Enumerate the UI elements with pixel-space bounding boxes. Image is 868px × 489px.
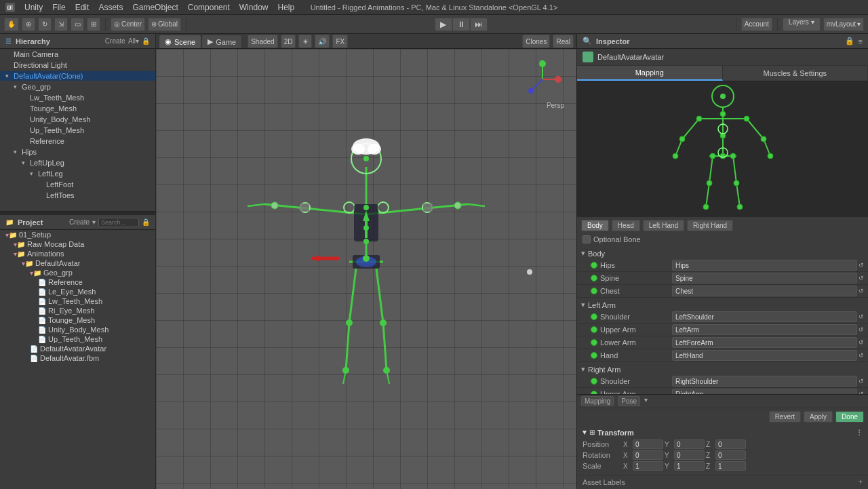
btn-right-hand[interactable]: Right Hand <box>687 220 733 231</box>
menu-help[interactable]: Help <box>277 3 294 12</box>
pose-nav-btn[interactable]: Pose <box>618 396 640 406</box>
pos-x-val[interactable]: 0 <box>633 439 663 449</box>
tree-tounge[interactable]: Tounge_Mesh <box>0 103 155 114</box>
rot-x-val[interactable]: 0 <box>633 450 663 460</box>
bone-field-right-upper-arm[interactable]: RightArm <box>672 389 857 394</box>
menu-edit[interactable]: Edit <box>75 3 90 12</box>
audio-toggle[interactable]: 🔊 <box>315 35 330 48</box>
btn-head[interactable]: Head <box>612 220 640 231</box>
pause-button[interactable]: ⏸ <box>452 18 470 31</box>
tree-left-foot[interactable]: LeftFoot <box>0 179 155 190</box>
bone-field-chest[interactable]: Chest <box>672 286 857 296</box>
tree-hips[interactable]: ▾ Hips <box>0 146 155 157</box>
section-right-arm-header[interactable]: ▾ Right Arm <box>577 364 868 375</box>
viewport[interactable]: Y X Z Persp <box>156 49 576 489</box>
pos-y-val[interactable]: 0 <box>674 439 705 449</box>
tree-main-camera[interactable]: Main Camera <box>0 49 155 60</box>
asset-labels-expand[interactable]: + <box>859 478 863 486</box>
bone-reset-spine[interactable]: ↺ <box>857 275 865 281</box>
tree-geo-grp[interactable]: ▾ Geo_grp <box>0 81 155 92</box>
tree-default-avatar-clone[interactable]: ▾ DefaultAvatar(Clone) <box>0 71 155 81</box>
play-button[interactable]: ▶ <box>435 18 452 31</box>
rotate-tool[interactable]: ↻ <box>38 18 52 31</box>
section-body-header[interactable]: ▾ Body <box>577 248 868 259</box>
tree-dir-light[interactable]: Directional Light <box>0 60 155 71</box>
hand-tool[interactable]: ✋ <box>4 18 19 31</box>
project-item-defaultavatarfbm[interactable]: 📄 DefaultAvatar.fbm <box>0 353 155 363</box>
optional-bone-checkbox[interactable] <box>583 235 591 243</box>
bone-field-left-shoulder[interactable]: LeftShoulder <box>672 311 857 322</box>
hierarchy-create[interactable]: Create <box>105 37 125 45</box>
tree-left-up-leg[interactable]: ▾ LeftUpLeg <box>0 157 155 168</box>
tab-scene[interactable]: ◉ Scene <box>159 35 201 48</box>
inspector-lock[interactable]: 🔒 <box>845 37 854 45</box>
btn-left-hand[interactable]: Left Hand <box>643 220 684 231</box>
btn-done[interactable]: Done <box>835 411 864 423</box>
tab-game[interactable]: ▶ Game <box>201 35 242 48</box>
hierarchy-all[interactable]: All▾ <box>128 37 139 45</box>
bone-reset-left-hand[interactable]: ↺ <box>857 352 865 359</box>
project-item-lw-teeth[interactable]: 📄 Lw_Teeth_Mesh <box>0 296 155 306</box>
project-item-01setup[interactable]: ▾📁 01_Setup <box>0 230 155 239</box>
bone-reset-right-shoulder[interactable]: ↺ <box>857 378 865 385</box>
rect-tool[interactable]: ▭ <box>71 18 84 31</box>
project-item-ri-eye[interactable]: 📄 Ri_Eye_Mesh <box>0 306 155 315</box>
project-arrow[interactable]: ▾ <box>92 218 96 226</box>
sc-z-val[interactable]: 1 <box>715 461 746 471</box>
bone-reset-hips[interactable]: ↺ <box>857 262 865 269</box>
project-item-up-teeth[interactable]: 📄 Up_Teeth_Mesh <box>0 334 155 344</box>
fx-toggle[interactable]: FX <box>332 35 348 48</box>
move-tool[interactable]: ⊕ <box>22 18 35 31</box>
rot-y-val[interactable]: 0 <box>674 450 705 460</box>
pivot-button[interactable]: ◎ Center <box>111 18 145 31</box>
clones-dropdown[interactable]: Clones <box>522 35 550 48</box>
bone-field-left-upper-arm[interactable]: LeftArm <box>672 324 857 335</box>
inspector-more[interactable]: ≡ <box>859 37 863 45</box>
real-button[interactable]: Real <box>553 35 574 48</box>
layers-button[interactable]: Layers ▾ <box>783 18 821 31</box>
project-item-geogrp[interactable]: ▾📁 Geo_grp <box>0 268 155 277</box>
step-button[interactable]: ⏭ <box>470 18 488 31</box>
project-item-defaultavatar[interactable]: ▾📁 DefaultAvatar <box>0 258 155 268</box>
tree-left-leg[interactable]: ▾ LeftLeg <box>0 168 155 179</box>
menu-component[interactable]: Component <box>188 3 230 12</box>
project-item-le-eye[interactable]: 📄 Le_Eye_Mesh <box>0 287 155 296</box>
sc-y-val[interactable]: 1 <box>674 461 705 471</box>
tree-reference[interactable]: Reference <box>0 136 155 146</box>
project-item-reference[interactable]: 📄 Reference <box>0 277 155 287</box>
tree-left-toes[interactable]: LeftToes <box>0 190 155 201</box>
menu-window[interactable]: Window <box>239 3 269 12</box>
transform-more[interactable]: ⋮ <box>856 429 863 436</box>
bone-reset-chest[interactable]: ↺ <box>857 288 865 294</box>
btn-body[interactable]: Body <box>581 220 609 231</box>
sc-x-val[interactable]: 1 <box>633 461 663 471</box>
project-lock[interactable]: 🔒 <box>142 218 150 226</box>
menu-unity[interactable]: Unity <box>24 3 43 12</box>
btn-revert[interactable]: Revert <box>769 411 801 423</box>
space-button[interactable]: ⊛ Global <box>148 18 181 31</box>
menu-gameobject[interactable]: GameObject <box>132 3 178 12</box>
bone-field-right-shoulder[interactable]: RightShoulder <box>672 376 857 387</box>
project-item-rawmocap[interactable]: ▾📁 Raw Mocap Data <box>0 239 155 249</box>
bone-reset-left-lower-arm[interactable]: ↺ <box>857 339 865 346</box>
project-create[interactable]: Create <box>69 218 90 226</box>
tree-up-teeth[interactable]: Up_Teeth_Mesh <box>0 125 155 136</box>
menu-assets[interactable]: Assets <box>98 3 123 12</box>
bone-reset-left-shoulder[interactable]: ↺ <box>857 313 865 320</box>
transform-tool[interactable]: ⊞ <box>87 18 100 31</box>
2d-button[interactable]: 2D <box>281 35 296 48</box>
bone-field-left-lower-arm[interactable]: LeftForeArm <box>672 337 857 348</box>
tab-mapping[interactable]: Mapping <box>577 66 723 81</box>
section-left-arm-header[interactable]: ▾ Left Arm <box>577 299 868 311</box>
light-toggle[interactable]: ☀ <box>298 35 312 48</box>
bone-field-hips[interactable]: Hips <box>672 260 857 271</box>
project-search[interactable] <box>98 218 139 227</box>
account-button[interactable]: Account <box>741 18 772 31</box>
bone-field-left-hand[interactable]: LeftHand <box>672 350 857 361</box>
scale-tool[interactable]: ⇲ <box>54 18 68 31</box>
tab-muscles[interactable]: Muscles & Settings <box>723 66 869 81</box>
project-item-animations[interactable]: ▾📁 Animations <box>0 249 155 258</box>
tree-lw-teeth[interactable]: Lw_Teeth_Mesh <box>0 92 155 103</box>
rot-z-val[interactable]: 0 <box>715 450 746 460</box>
layout-button[interactable]: mvLayout ▾ <box>823 18 864 31</box>
